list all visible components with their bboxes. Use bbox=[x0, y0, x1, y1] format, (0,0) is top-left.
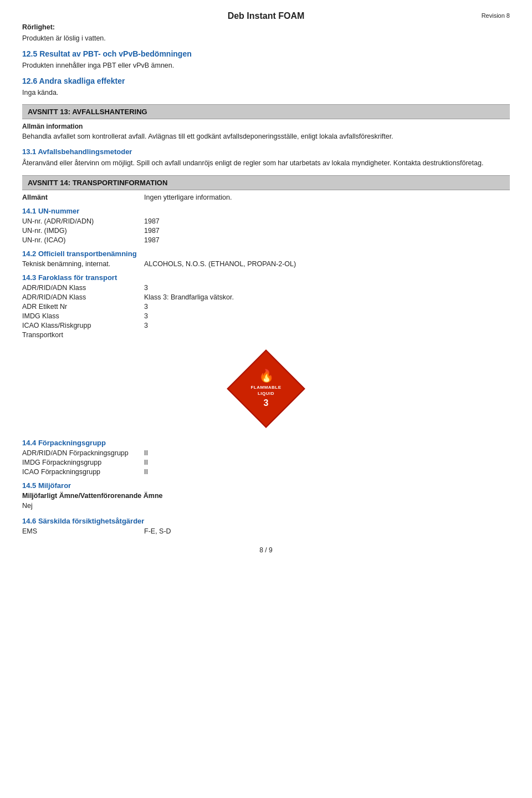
table-row: IMDG Klass3 bbox=[22, 312, 510, 320]
row-label: ADR/RID/ADN Klass bbox=[22, 293, 144, 301]
rorighet-section: Rörlighet: Produkten är löslig i vatten. bbox=[22, 23, 510, 44]
section-12-5-heading: 12.5 Resultat av PBT- och vPvB-bedömning… bbox=[22, 49, 510, 58]
table-row: EMSF-E, S-D bbox=[22, 527, 510, 535]
section-14-2-heading: 14.2 Officiell transportbenämning bbox=[22, 250, 510, 258]
section-14-3-rows: ADR/RID/ADN Klass3ADR/RID/ADN KlassKlass… bbox=[22, 284, 510, 339]
table-row: UN-nr. (ICAO)1987 bbox=[22, 236, 510, 244]
table-row: ADR/RID/ADN KlassKlass 3: Brandfarliga v… bbox=[22, 293, 510, 301]
row-label: ICAO Klass/Riskgrupp bbox=[22, 322, 144, 329]
section-14-general-value: Ingen ytterligare information. bbox=[144, 194, 232, 201]
flammable-label1: FLAMMABLE bbox=[250, 385, 281, 390]
section-14-5-heading: 14.5 Miljöfaror bbox=[22, 481, 510, 490]
section-13-banner: AVSNITT 13: AVFALLSHANTERING bbox=[22, 104, 510, 119]
section-14-2-rows: Teknisk benämning, internat.ALCOHOLS, N.… bbox=[22, 260, 510, 268]
row-label: IMDG Förpackningsgrupp bbox=[22, 459, 144, 466]
row-value: 3 bbox=[144, 322, 148, 329]
row-value: II bbox=[144, 468, 148, 476]
section-14-6: 14.6 Särskilda försiktighetsåtgärder EMS… bbox=[22, 517, 510, 535]
table-row: ADR/RID/ADN FörpackningsgruppII bbox=[22, 449, 510, 457]
section-13-general: Allmän information Behandla avfallet som… bbox=[22, 123, 510, 142]
section-14-6-rows: EMSF-E, S-D bbox=[22, 527, 510, 535]
section-14-1-rows: UN-nr. (ADR/RID/ADN)1987UN-nr. (IMDG)198… bbox=[22, 217, 510, 244]
row-label: UN-nr. (ADR/RID/ADN) bbox=[22, 217, 144, 225]
revision-label: Revision 8 bbox=[482, 12, 510, 19]
section-13-1: 13.1 Avfallsbehandlingsmetoder Återanvän… bbox=[22, 148, 510, 169]
table-row: ADR/RID/ADN Klass3 bbox=[22, 284, 510, 292]
row-value: 1987 bbox=[144, 217, 160, 225]
row-label: EMS bbox=[22, 527, 144, 535]
row-value: 3 bbox=[144, 303, 148, 311]
section-13-general-label: Allmän information bbox=[22, 123, 510, 130]
flammable-label2: LIQUID bbox=[258, 391, 274, 397]
section-14-2: 14.2 Officiell transportbenämning Teknis… bbox=[22, 250, 510, 268]
section-13-1-text1: Återanvänd eller återvinn om möjligt. Sp… bbox=[22, 158, 510, 169]
section-14-general-row: Allmänt Ingen ytterligare information. bbox=[22, 194, 510, 201]
row-label: UN-nr. (ICAO) bbox=[22, 236, 144, 244]
row-label: ICAO Förpackningsgrupp bbox=[22, 468, 144, 476]
page-title: Deb Instant FOAM bbox=[228, 11, 305, 21]
section-14-4-rows: ADR/RID/ADN FörpackningsgruppIIIMDG Förp… bbox=[22, 449, 510, 476]
row-value: II bbox=[144, 449, 148, 457]
section-12-6-heading: 12.6 Andra skadliga effekter bbox=[22, 77, 510, 85]
table-row: UN-nr. (IMDG)1987 bbox=[22, 227, 510, 235]
row-value: Klass 3: Brandfarliga vätskor. bbox=[144, 293, 234, 301]
section-14-6-heading: 14.6 Särskilda försiktighetsåtgärder bbox=[22, 517, 510, 525]
row-value: 3 bbox=[144, 312, 148, 320]
section-14-5: 14.5 Miljöfaror Miljöfarligt Ämne/Vatten… bbox=[22, 481, 510, 511]
section-14-4: 14.4 Förpackningsgrupp ADR/RID/ADN Förpa… bbox=[22, 439, 510, 476]
section-12-6-text: Inga kända. bbox=[22, 88, 510, 98]
section-14-5-env-label: Miljöfarligt Ämne/Vattenförorenande Ämne bbox=[22, 492, 510, 500]
section-13-general-text1: Behandla avfallet som kontrollerat avfal… bbox=[22, 131, 510, 142]
row-value: II bbox=[144, 459, 148, 466]
table-row: UN-nr. (ADR/RID/ADN)1987 bbox=[22, 217, 510, 225]
table-row: ICAO FörpackningsgruppII bbox=[22, 468, 510, 476]
diamond-content: 🔥 FLAMMABLE LIQUID 3 bbox=[238, 361, 294, 416]
section-14-5-nej: Nej bbox=[22, 501, 510, 511]
flammable-diamond: 🔥 FLAMMABLE LIQUID 3 bbox=[227, 350, 305, 428]
section-12-5-text: Produkten innehåller inga PBT eller vPvB… bbox=[22, 60, 510, 71]
row-label: Teknisk benämning, internat. bbox=[22, 260, 144, 268]
section-14-1: 14.1 UN-nummer UN-nr. (ADR/RID/ADN)1987U… bbox=[22, 207, 510, 244]
section-12-5: 12.5 Resultat av PBT- och vPvB-bedömning… bbox=[22, 49, 510, 71]
row-value: 1987 bbox=[144, 236, 160, 244]
table-row: ADR Etikett Nr3 bbox=[22, 303, 510, 311]
row-label: UN-nr. (IMDG) bbox=[22, 227, 144, 235]
flame-icon: 🔥 bbox=[259, 368, 274, 384]
page-number: 8 / 9 bbox=[22, 546, 510, 554]
row-value: ALCOHOLS, N.O.S. (ETHANOL, PROPAN-2-OL) bbox=[144, 260, 296, 268]
row-label: ADR Etikett Nr bbox=[22, 303, 144, 311]
table-row: ICAO Klass/Riskgrupp3 bbox=[22, 322, 510, 329]
section-14-4-heading: 14.4 Förpackningsgrupp bbox=[22, 439, 510, 447]
section-14-3-heading: 14.3 Faroklass för transport bbox=[22, 273, 510, 282]
flammable-diamond-container: 🔥 FLAMMABLE LIQUID 3 bbox=[22, 350, 510, 428]
section-14-1-heading: 14.1 UN-nummer bbox=[22, 207, 510, 215]
section-12-6: 12.6 Andra skadliga effekter Inga kända. bbox=[22, 77, 510, 98]
section-14-general-label: Allmänt bbox=[22, 194, 144, 201]
row-label: ADR/RID/ADN Klass bbox=[22, 284, 144, 292]
row-value: F-E, S-D bbox=[144, 527, 171, 535]
section-13-1-heading: 13.1 Avfallsbehandlingsmetoder bbox=[22, 148, 510, 156]
section-14-banner: AVSNITT 14: TRANSPORTINFORMATION bbox=[22, 175, 510, 190]
rorighet-label: Rörlighet: bbox=[22, 23, 55, 31]
table-row: Teknisk benämning, internat.ALCOHOLS, N.… bbox=[22, 260, 510, 268]
rorighet-text: Produkten är löslig i vatten. bbox=[22, 33, 510, 44]
row-value: 3 bbox=[144, 284, 148, 292]
table-row: IMDG FörpackningsgruppII bbox=[22, 459, 510, 466]
section-14-3: 14.3 Faroklass för transport ADR/RID/ADN… bbox=[22, 273, 510, 339]
table-row: Transportkort bbox=[22, 331, 510, 339]
diamond-number: 3 bbox=[264, 398, 269, 409]
row-label: IMDG Klass bbox=[22, 312, 144, 320]
row-label: ADR/RID/ADN Förpackningsgrupp bbox=[22, 449, 144, 457]
row-label: Transportkort bbox=[22, 331, 144, 339]
row-value: 1987 bbox=[144, 227, 160, 235]
